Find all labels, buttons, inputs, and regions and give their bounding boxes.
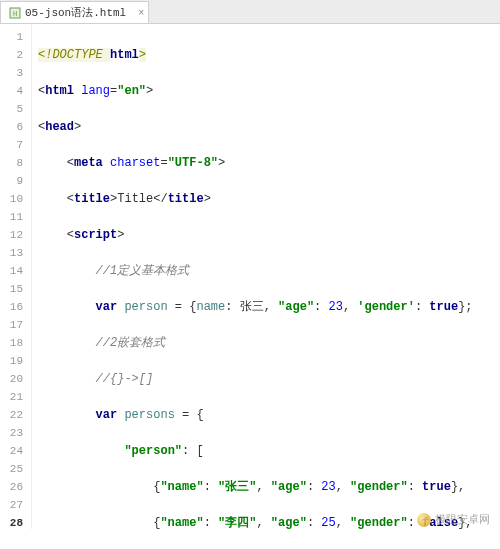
svg-text:H: H: [13, 10, 17, 18]
code-line: var person = {name: 张三, "age": 23, 'gend…: [38, 298, 480, 316]
line-number: 20: [4, 370, 23, 388]
watermark-icon: [417, 513, 431, 527]
line-number: 17: [4, 316, 23, 334]
line-number: 11: [4, 208, 23, 226]
close-icon[interactable]: ×: [138, 7, 144, 18]
line-number: 25: [4, 460, 23, 478]
line-number: 27: [4, 496, 23, 514]
line-number: 14: [4, 262, 23, 280]
code-line: <title>Title</title>: [38, 190, 480, 208]
line-number: 5: [4, 100, 23, 118]
line-number: 23: [4, 424, 23, 442]
line-number: 4: [4, 82, 23, 100]
line-gutter: 1234567891011121314151617181920212223242…: [0, 24, 32, 529]
line-number: 2: [4, 46, 23, 64]
code-line: var persons = {: [38, 406, 480, 424]
code-line: {"name": "李四", "age": 25, "gender": fals…: [38, 514, 480, 529]
code-line: "person": [: [38, 442, 480, 460]
line-number: 21: [4, 388, 23, 406]
watermark-text: 极限安卓网: [435, 512, 490, 527]
code-line: <head>: [38, 118, 480, 136]
line-number: 10: [4, 190, 23, 208]
line-number: 22: [4, 406, 23, 424]
code-line: //2嵌套格式: [38, 334, 480, 352]
line-number: 18: [4, 334, 23, 352]
watermark: 极限安卓网: [417, 512, 490, 527]
line-number: 26: [4, 478, 23, 496]
code-line: {"name": "张三", "age": 23, "gender": true…: [38, 478, 480, 496]
html-file-icon: H: [9, 7, 21, 19]
line-number: 28: [4, 514, 23, 529]
line-number: 13: [4, 244, 23, 262]
tab-bar: H 05-json语法.html ×: [0, 0, 500, 24]
code-editor[interactable]: 1234567891011121314151617181920212223242…: [0, 24, 500, 529]
line-number: 16: [4, 298, 23, 316]
line-number: 15: [4, 280, 23, 298]
code-line: <meta charset="UTF-8">: [38, 154, 480, 172]
code-area[interactable]: <!DOCTYPE html> <html lang="en"> <head> …: [32, 24, 480, 529]
line-number: 9: [4, 172, 23, 190]
code-line: <script>: [38, 226, 480, 244]
line-number: 19: [4, 352, 23, 370]
line-number: 8: [4, 154, 23, 172]
line-number: 7: [4, 136, 23, 154]
line-number: 12: [4, 226, 23, 244]
line-number: 24: [4, 442, 23, 460]
code-line: //{}->[]: [38, 370, 480, 388]
line-number: 1: [4, 28, 23, 46]
line-number: 6: [4, 118, 23, 136]
file-tab[interactable]: H 05-json语法.html ×: [0, 1, 149, 23]
line-number: 3: [4, 64, 23, 82]
tab-label: 05-json语法.html: [25, 5, 126, 20]
code-line: <!DOCTYPE html>: [38, 46, 480, 64]
code-line: //1定义基本格式: [38, 262, 480, 280]
code-line: <html lang="en">: [38, 82, 480, 100]
